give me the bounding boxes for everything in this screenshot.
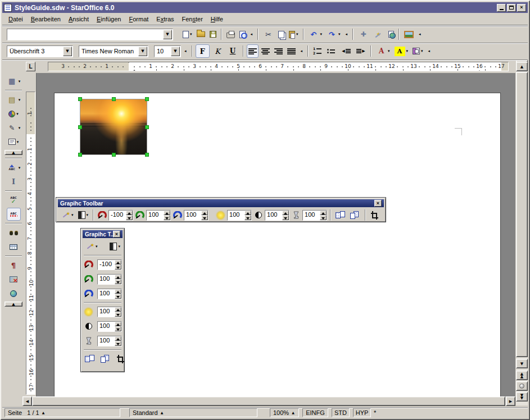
brightness-value[interactable]: 100 xyxy=(228,211,244,220)
contrast-spinner[interactable]: 100 xyxy=(97,321,122,332)
graphic-toolbar-vertical-window[interactable]: Grapihc T.. × ★▾ ▾ -100 100 100 100 100 xyxy=(80,228,125,372)
insert-mode-indicator[interactable]: EINFG xyxy=(302,408,328,417)
cut-button[interactable]: ✂ xyxy=(261,28,275,41)
filter-button[interactable]: ★▾ xyxy=(83,240,99,253)
size-combo-dropdown[interactable]: ▼ xyxy=(171,47,180,56)
toolbar-scroll-button[interactable]: ▲ xyxy=(4,302,22,307)
gallery-button[interactable] xyxy=(402,28,415,41)
menu-item-ansicht[interactable]: Ansicht xyxy=(65,15,93,24)
spin-down-button[interactable] xyxy=(115,294,121,299)
filter-button[interactable]: ★▾ xyxy=(59,208,75,222)
style-combo-dropdown[interactable]: ▼ xyxy=(63,47,72,56)
navigation-button[interactable] xyxy=(516,381,528,391)
close-button[interactable]: × xyxy=(374,200,382,207)
green-spinner[interactable]: 100 xyxy=(97,274,122,285)
menu-item-fenster[interactable]: Fenster xyxy=(178,15,207,24)
toolbar-more-icon[interactable]: ◂ xyxy=(300,49,304,53)
underline-button[interactable]: U xyxy=(226,44,240,58)
italic-button[interactable]: K xyxy=(211,44,225,58)
toolbar-more-icon[interactable]: ◂ xyxy=(250,32,254,36)
gamma-value[interactable]: 100 xyxy=(303,211,320,220)
zoom-indicator[interactable]: 100%▲ xyxy=(270,408,299,417)
selection-handle-sw[interactable] xyxy=(78,153,82,157)
spin-up-button[interactable] xyxy=(115,289,121,294)
tab-type-selector[interactable]: L xyxy=(26,62,35,71)
dropdown-arrow-icon[interactable]: ▾ xyxy=(71,213,74,217)
flip-vertical-button[interactable] xyxy=(99,352,112,366)
graphic-toolbar-titlebar[interactable]: Grapihc Toolbar × xyxy=(58,199,384,207)
graphics-onoff-button[interactable]: × xyxy=(8,273,19,286)
green-value[interactable]: 100 xyxy=(98,275,115,284)
decrease-indent-button[interactable]: ◀ xyxy=(339,44,353,58)
font-color-button[interactable]: A▾ xyxy=(374,44,392,58)
toolbar-more-icon[interactable]: ◂ xyxy=(427,49,432,53)
flip-vertical-button[interactable] xyxy=(348,208,362,222)
paragraph-style-combo[interactable]: Überschrift 3 ▼ xyxy=(7,45,73,57)
vertical-ruler[interactable]: 11234567891011121314151617 xyxy=(26,92,35,395)
blue-spinner[interactable]: 100 xyxy=(184,210,209,221)
page-indicator[interactable]: Seite 1 / 1▲ xyxy=(4,408,120,417)
dropdown-arrow-icon[interactable]: ▾ xyxy=(96,244,98,249)
next-page-button[interactable]: ▼▼ xyxy=(516,392,528,401)
draw-functions-button[interactable]: ✎▾ xyxy=(5,121,22,134)
right-indent-marker[interactable] xyxy=(477,63,482,70)
selection-handle-e[interactable] xyxy=(145,125,149,129)
autotext-button[interactable]: ABC▾ xyxy=(5,161,22,174)
menu-item-format[interactable]: Format xyxy=(125,15,152,24)
brightness-value[interactable]: 100 xyxy=(98,307,115,317)
spin-up-button[interactable] xyxy=(244,211,251,216)
url-field[interactable] xyxy=(7,30,162,39)
spin-down-button[interactable] xyxy=(126,215,133,220)
red-spinner[interactable]: -100 xyxy=(108,210,133,221)
graphics-mode-button[interactable]: ▾ xyxy=(76,208,90,222)
minimize-button[interactable] xyxy=(497,4,506,12)
crop-button[interactable] xyxy=(369,208,380,222)
toolbar-more-icon[interactable]: ◂ xyxy=(183,49,188,53)
horizontal-scrollbar[interactable]: ◀ ▶ xyxy=(22,396,515,406)
increase-indent-button[interactable]: ▶ xyxy=(354,44,368,58)
contrast-value[interactable]: 100 xyxy=(265,211,282,220)
gamma-value[interactable]: 100 xyxy=(98,336,115,346)
spin-down-button[interactable] xyxy=(115,279,121,284)
close-button[interactable]: × xyxy=(517,4,526,12)
selection-handle-se[interactable] xyxy=(145,153,149,157)
dropdown-arrow-icon[interactable]: ▾ xyxy=(87,213,89,217)
maximize-button[interactable] xyxy=(507,4,516,12)
bullet-list-button[interactable] xyxy=(325,44,338,58)
gamma-spinner[interactable]: 100 xyxy=(97,336,122,346)
dropdown-arrow-icon[interactable]: ▾ xyxy=(388,49,390,53)
save-button[interactable] xyxy=(208,28,218,41)
align-left-button[interactable] xyxy=(247,44,259,58)
red-spinner[interactable]: -100 xyxy=(97,259,122,270)
new-document-button[interactable]: ▾ xyxy=(181,28,194,41)
spin-up-button[interactable] xyxy=(126,211,133,216)
spin-down-button[interactable] xyxy=(282,215,289,220)
contrast-spinner[interactable]: 100 xyxy=(265,210,289,221)
open-button[interactable] xyxy=(195,28,207,41)
dropdown-arrow-icon[interactable]: ▾ xyxy=(296,32,298,36)
hyperlink-mode-indicator[interactable]: HYP xyxy=(353,408,371,417)
brightness-spinner[interactable]: 100 xyxy=(227,210,252,221)
blue-spinner[interactable]: 100 xyxy=(97,289,122,299)
url-combo[interactable]: ▼ xyxy=(7,29,173,40)
title-bar[interactable]: StyleGuide.sdw - StarOffice 6.0 × xyxy=(2,2,528,13)
dropdown-arrow-icon[interactable]: ▾ xyxy=(338,32,341,36)
url-combo-dropdown[interactable]: ▼ xyxy=(163,30,172,39)
data-sources-button[interactable] xyxy=(8,240,19,253)
align-justify-button[interactable] xyxy=(286,44,297,58)
online-layout-button[interactable] xyxy=(8,287,19,300)
dropdown-arrow-icon[interactable]: ▾ xyxy=(19,126,21,130)
vertical-scrollbar-thumb[interactable] xyxy=(516,72,528,357)
dropdown-arrow-icon[interactable]: ▾ xyxy=(406,49,409,53)
print-button[interactable] xyxy=(225,28,237,41)
green-value[interactable]: 100 xyxy=(147,211,164,220)
undo-button[interactable]: ↶▾ xyxy=(307,28,324,41)
direct-cursor-button[interactable]: I xyxy=(7,175,21,188)
scroll-left-button[interactable]: ◀ xyxy=(22,396,32,406)
dropdown-arrow-icon[interactable]: ▾ xyxy=(19,166,21,170)
bold-button[interactable]: F xyxy=(196,44,210,58)
gamma-spinner[interactable]: 100 xyxy=(302,210,327,221)
graphic-toolbar-vertical-titlebar[interactable]: Grapihc T.. × xyxy=(83,230,123,238)
navigator-button[interactable]: ✚ xyxy=(356,28,370,41)
dropdown-arrow-icon[interactable]: ▾ xyxy=(421,49,423,53)
